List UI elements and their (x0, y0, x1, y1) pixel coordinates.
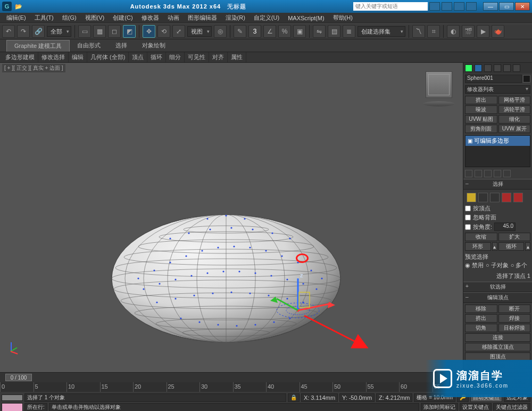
viewcube[interactable] (420, 68, 458, 105)
set-key-button[interactable]: 设置关键点 (460, 403, 492, 411)
ribbon-tab-graphite[interactable]: Graphite 建模工具 (6, 40, 70, 52)
tab-create-icon[interactable] (465, 64, 472, 72)
menu-modifiers[interactable]: 修改器 (137, 14, 163, 22)
menu-customize[interactable]: 自定义(U) (250, 14, 284, 22)
rib2-subdiv[interactable]: 细分 (166, 52, 185, 62)
rollout-editvert-header[interactable]: 编辑顶点 (463, 292, 532, 303)
modifier-stack[interactable]: ▣ 可编辑多边形 (465, 135, 530, 167)
tab-modify-icon[interactable] (475, 64, 482, 72)
preset-extrude[interactable]: 挤出 (465, 96, 497, 104)
minimize-button[interactable]: — (483, 2, 498, 11)
tab-motion-icon[interactable] (494, 64, 501, 72)
menu-help[interactable]: 帮助(H) (329, 14, 357, 22)
preset-uvwunwrap[interactable]: UVW 展开 (498, 125, 531, 133)
render-frame-button[interactable]: ▶ (477, 25, 489, 38)
rib2-vertex[interactable]: 顶点 (129, 52, 147, 62)
rib2-align[interactable]: 对齐 (209, 52, 228, 62)
menu-animation[interactable]: 动画 (163, 14, 184, 22)
preset-turbosmooth[interactable]: 涡轮平滑 (498, 105, 531, 114)
loop-spin-icon[interactable]: ▴ (525, 242, 530, 251)
select-region-button[interactable]: ◻ (108, 25, 121, 38)
ribbon-tab-select[interactable]: 选择 (108, 40, 135, 51)
center-pivot-button[interactable]: ◎ (214, 25, 227, 38)
stack-item-editpoly[interactable]: ▣ 可编辑多边形 (466, 136, 530, 146)
window-crossing-button[interactable]: ◩ (123, 25, 136, 38)
script-listener-icon[interactable] (2, 403, 23, 411)
schematic-view-button[interactable]: ⌗ (427, 25, 440, 38)
coord-lock-icon[interactable]: 🔒 (288, 393, 300, 402)
so-edge-icon[interactable] (478, 193, 488, 202)
rotate-button[interactable]: ⟲ (157, 25, 170, 38)
scale-button[interactable]: ⤢ (172, 25, 185, 38)
pin-stack-icon[interactable] (465, 170, 472, 177)
rib2-polymodel[interactable]: 多边形建模 (2, 52, 38, 62)
chk-ignore-back[interactable]: 忽略背面 (465, 213, 530, 222)
select-button[interactable]: ▭ (78, 25, 91, 38)
named-selection-combo[interactable]: 创建选择集 (358, 26, 405, 37)
link-button[interactable]: 🔗 (32, 25, 45, 38)
rib2-loop[interactable]: 循环 (147, 52, 166, 62)
undo-button[interactable]: ↶ (2, 25, 15, 38)
rib2-props[interactable]: 属性 (228, 52, 246, 62)
rib2-edit[interactable]: 编辑 (69, 52, 87, 62)
rib2-geomall[interactable]: 几何体 (全部) (87, 52, 129, 62)
rib2-vis[interactable]: 可见性 (185, 52, 209, 62)
info-icon[interactable] (454, 2, 464, 11)
ribbon-tab-freeform[interactable]: 自由形式 (70, 40, 108, 51)
viewport-label[interactable]: [ + ][ 正交 ][ 真实 + 边面 ] (2, 64, 65, 72)
snap-toggle-button[interactable]: 3 (248, 25, 261, 38)
layer-button[interactable]: ≣ (343, 25, 355, 38)
script-mini-1[interactable] (2, 394, 23, 401)
quick-render-button[interactable]: 🫖 (492, 25, 504, 38)
menu-group[interactable]: 组(G) (58, 14, 81, 22)
btn-break[interactable]: 断开 (498, 305, 531, 313)
ring-spin-icon[interactable]: ▴ (492, 242, 497, 251)
preset-refine[interactable]: 细化 (498, 115, 531, 124)
preset-noise[interactable]: 噪波 (465, 105, 497, 114)
percent-snap-button[interactable]: % (278, 25, 291, 38)
radio-multi[interactable]: ○ 多个 (511, 261, 528, 269)
filter-combo[interactable]: 全部 (47, 26, 71, 37)
maximize-button[interactable]: ▭ (499, 2, 514, 11)
modifier-list-combo[interactable]: 修改器列表 (465, 85, 530, 94)
btn-remove-iso[interactable]: 移除孤立顶点 (465, 343, 530, 351)
add-time-tag[interactable]: 添加时间标记 (421, 403, 458, 411)
menu-render[interactable]: 渲染(R) (221, 14, 250, 22)
close-button[interactable]: ✕ (515, 2, 530, 11)
curve-editor-button[interactable]: 〽 (412, 25, 425, 38)
ribbon-tab-paint[interactable]: 对象绘制 (135, 40, 173, 51)
select-name-button[interactable]: ▦ (93, 25, 106, 38)
so-poly-icon[interactable] (502, 193, 511, 202)
radio-disable[interactable]: ◉ 禁用 (465, 261, 484, 269)
btn-shrink[interactable]: 收缩 (465, 233, 497, 241)
viewcube-face-icon[interactable] (426, 71, 452, 98)
coord-x[interactable]: X: 3.114mm (301, 393, 338, 402)
coord-z[interactable]: Z: 4.212mm (376, 393, 412, 402)
tab-hierarchy-icon[interactable] (484, 64, 492, 72)
app-open-icon[interactable]: 📂 (14, 2, 23, 11)
viewport-persp[interactable]: [ + ][ 正交 ][ 真实 + 边面 ] (0, 63, 463, 372)
btn-grow[interactable]: 扩大 (498, 233, 531, 241)
btn-target-weld[interactable]: 目标焊接 (498, 324, 531, 332)
move-button[interactable]: ✥ (143, 25, 155, 38)
material-editor-button[interactable]: ◐ (447, 25, 460, 38)
chk-by-angle[interactable]: 按角度: 45.0 (465, 222, 530, 232)
render-setup-button[interactable]: 🎬 (462, 25, 475, 38)
chk-by-vertex[interactable]: 按顶点 (465, 204, 530, 213)
show-end-icon[interactable] (475, 170, 482, 177)
preset-uvwmap[interactable]: UVW 贴图 (465, 115, 497, 124)
angle-spinner[interactable]: 45.0 (494, 223, 516, 231)
menu-tools[interactable]: 工具(T) (30, 14, 58, 22)
tab-utility-icon[interactable] (513, 64, 520, 72)
so-vertex-icon[interactable] (467, 193, 476, 202)
help-search-input[interactable]: 键入关键字或短语 (353, 2, 428, 11)
btn-extrude[interactable]: 挤出 (465, 314, 497, 323)
menu-grapheditor[interactable]: 图形编辑器 (184, 14, 221, 22)
refcoord-combo[interactable]: 视图 (187, 26, 212, 37)
object-name-input[interactable]: Sphere001 (465, 75, 522, 83)
btn-ring[interactable]: 环形 (465, 242, 491, 251)
time-slider-knob[interactable]: 0 / 100 (5, 374, 32, 381)
btn-loop[interactable]: 循环 (498, 242, 525, 251)
angle-snap-button[interactable]: ∠ (263, 25, 276, 38)
object-color-swatch[interactable] (523, 75, 530, 83)
